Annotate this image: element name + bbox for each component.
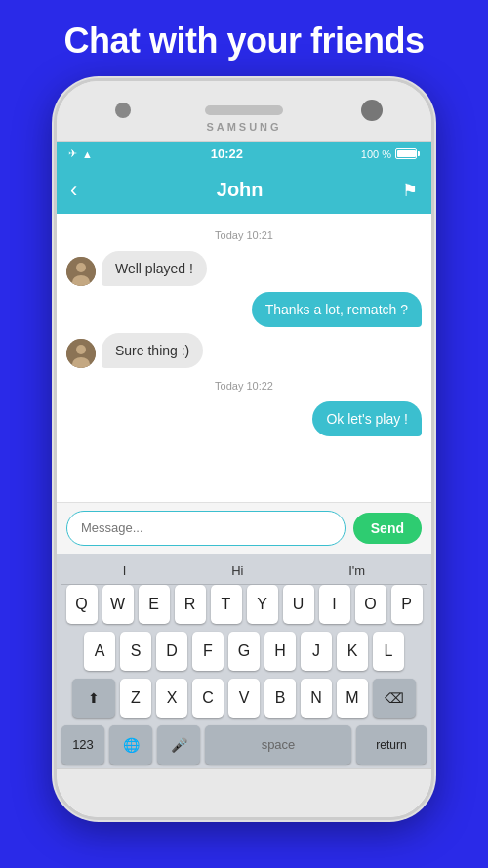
svg-point-1: [76, 263, 86, 272]
key-row-1: Q W E R T Y U I O P: [61, 585, 427, 624]
key-m[interactable]: M: [337, 679, 368, 718]
space-key[interactable]: space: [205, 725, 351, 765]
battery-body: [395, 148, 417, 159]
key-c[interactable]: C: [192, 679, 224, 718]
camera-right: [361, 100, 383, 121]
message-row-sent-2: Ok let's play !: [66, 401, 422, 436]
key-r[interactable]: R: [175, 585, 206, 624]
avatar-1: [66, 257, 96, 286]
send-button[interactable]: Send: [353, 513, 422, 544]
key-o[interactable]: O: [355, 585, 386, 624]
key-s[interactable]: S: [120, 632, 151, 671]
key-t[interactable]: T: [211, 585, 242, 624]
key-f[interactable]: F: [192, 632, 224, 671]
messages-area: Today 10:21 Well played ! Thanks a lot, …: [57, 214, 431, 502]
battery-fill: [397, 150, 416, 157]
suggestion-2[interactable]: Hi: [231, 563, 243, 578]
timestamp-2: Today 10:22: [66, 380, 422, 392]
phone-top-bar: SAMSUNG: [57, 81, 431, 142]
avatar-2: [66, 339, 96, 368]
battery-percent: 100 %: [361, 148, 391, 160]
key-h[interactable]: H: [264, 632, 296, 671]
key-b[interactable]: B: [264, 679, 296, 718]
key-x[interactable]: X: [156, 679, 187, 718]
bubble-sent-2: Ok let's play !: [312, 401, 422, 436]
delete-key[interactable]: ⌫: [373, 679, 416, 718]
key-q[interactable]: Q: [66, 585, 98, 624]
key-n[interactable]: N: [301, 679, 332, 718]
header-title: Chat with your friends: [63, 21, 424, 61]
airplane-icon: ✈: [68, 147, 77, 160]
wifi-icon: ▲: [82, 148, 93, 160]
phone-shell: SAMSUNG ✈ ▲ 10:22 100 %: [54, 78, 434, 820]
chat-contact-name: John: [217, 179, 264, 201]
status-left: ✈ ▲: [68, 147, 93, 160]
bubble-received-1: Well played !: [102, 251, 207, 286]
phone-speaker: [205, 105, 283, 115]
phone-screen: ✈ ▲ 10:22 100 % ‹ John: [57, 142, 431, 768]
key-p[interactable]: P: [391, 585, 423, 624]
key-row-4: 123 🌐 🎤 space return: [61, 725, 427, 765]
input-area: Send: [57, 502, 431, 554]
flag-button[interactable]: ⚑: [402, 180, 418, 201]
status-time: 10:22: [211, 146, 243, 161]
key-l[interactable]: L: [373, 632, 404, 671]
key-v[interactable]: V: [228, 679, 260, 718]
key-y[interactable]: Y: [247, 585, 278, 624]
mic-key[interactable]: 🎤: [157, 725, 200, 765]
bubble-sent-1: Thanks a lot, rematch ?: [252, 292, 422, 327]
message-row-sent-1: Thanks a lot, rematch ?: [66, 292, 422, 327]
key-z[interactable]: Z: [120, 679, 151, 718]
camera-left: [115, 103, 131, 118]
key-row-3: ⬆ Z X C V B N M ⌫: [61, 679, 427, 718]
key-row-2: A S D F G H J K L: [61, 632, 427, 671]
keyboard-suggestions: I Hi I'm: [61, 559, 427, 585]
num-key[interactable]: 123: [61, 725, 104, 765]
message-row-received-2: Sure thing :): [66, 333, 422, 368]
keyboard-rows: Q W E R T Y U I O P A S: [61, 585, 427, 765]
key-e[interactable]: E: [139, 585, 170, 624]
message-row-received-1: Well played !: [66, 251, 422, 286]
brand-label: SAMSUNG: [206, 121, 281, 133]
key-g[interactable]: G: [228, 632, 260, 671]
phone-bottom-bar: [57, 768, 431, 817]
svg-point-4: [76, 345, 86, 354]
phone-mockup: SAMSUNG ✈ ▲ 10:22 100 %: [54, 78, 434, 820]
key-k[interactable]: K: [337, 632, 368, 671]
back-button[interactable]: ‹: [70, 178, 77, 203]
battery-icon: [395, 148, 420, 159]
suggestion-1[interactable]: I: [123, 563, 127, 578]
key-j[interactable]: J: [301, 632, 332, 671]
key-w[interactable]: W: [102, 585, 134, 624]
keyboard: I Hi I'm Q W E R T Y U I O: [57, 554, 431, 768]
globe-key[interactable]: 🌐: [109, 725, 152, 765]
shift-key[interactable]: ⬆: [72, 679, 115, 718]
key-i[interactable]: I: [319, 585, 350, 624]
return-key[interactable]: return: [356, 725, 427, 765]
chat-header: ‹ John ⚑: [57, 167, 431, 214]
key-u[interactable]: U: [283, 585, 314, 624]
message-input[interactable]: [66, 511, 346, 546]
page-header: Chat with your friends: [34, 0, 453, 61]
battery-tip: [418, 151, 420, 156]
status-bar: ✈ ▲ 10:22 100 %: [57, 142, 431, 167]
status-right: 100 %: [361, 148, 420, 160]
suggestion-3[interactable]: I'm: [348, 563, 365, 578]
key-d[interactable]: D: [156, 632, 187, 671]
timestamp-1: Today 10:21: [66, 229, 422, 241]
bubble-received-2: Sure thing :): [102, 333, 203, 368]
key-a[interactable]: A: [84, 632, 115, 671]
